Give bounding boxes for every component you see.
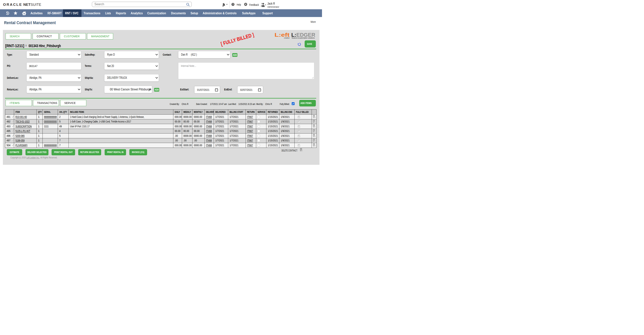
svg-text:?: ? — [232, 3, 234, 6]
